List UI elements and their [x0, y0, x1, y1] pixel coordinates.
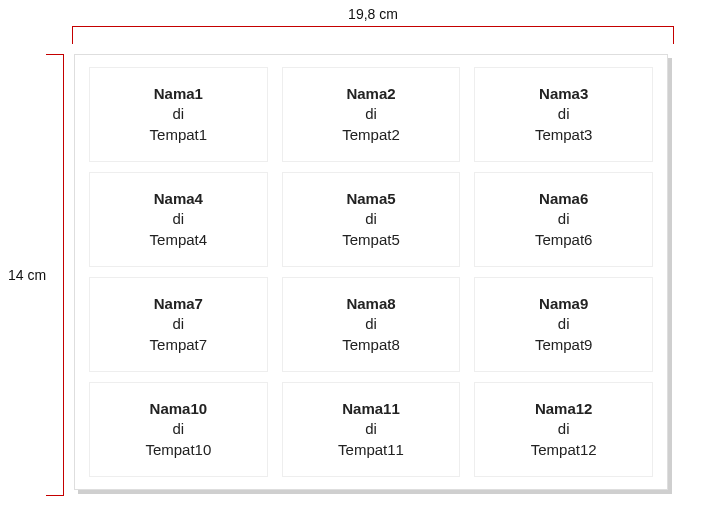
label-place: Tempat7: [150, 335, 208, 355]
label-place: Tempat4: [150, 230, 208, 250]
label-cell: Nama8 di Tempat8: [282, 277, 461, 372]
label-name: Nama4: [154, 189, 203, 209]
label-name: Nama1: [154, 84, 203, 104]
label-di: di: [558, 314, 570, 334]
label-di: di: [365, 419, 377, 439]
label-name: Nama10: [150, 399, 208, 419]
label-di: di: [365, 209, 377, 229]
label-name: Nama2: [346, 84, 395, 104]
label-place: Tempat3: [535, 125, 593, 145]
label-cell: Nama5 di Tempat5: [282, 172, 461, 267]
label-di: di: [558, 209, 570, 229]
label-cell: Nama9 di Tempat9: [474, 277, 653, 372]
label-name: Nama8: [346, 294, 395, 314]
label-cell: Nama12 di Tempat12: [474, 382, 653, 477]
dimension-left-bar: [52, 54, 64, 496]
label-place: Tempat1: [150, 125, 208, 145]
label-name: Nama5: [346, 189, 395, 209]
dimension-top-label: 19,8 cm: [72, 6, 674, 22]
label-di: di: [365, 104, 377, 124]
label-place: Tempat9: [535, 335, 593, 355]
label-di: di: [172, 104, 184, 124]
label-name: Nama3: [539, 84, 588, 104]
label-place: Tempat5: [342, 230, 400, 250]
label-place: Tempat2: [342, 125, 400, 145]
label-name: Nama6: [539, 189, 588, 209]
dimension-top-bar: [72, 26, 674, 46]
label-name: Nama11: [342, 399, 400, 419]
label-place: Tempat10: [145, 440, 211, 460]
diagram-stage: 19,8 cm 14 cm Nama1 di Tempat1 Nama2 di …: [0, 0, 719, 518]
label-place: Tempat8: [342, 335, 400, 355]
label-cell: Nama4 di Tempat4: [89, 172, 268, 267]
label-name: Nama9: [539, 294, 588, 314]
label-place: Tempat12: [531, 440, 597, 460]
dimension-left: 14 cm: [8, 54, 64, 496]
label-cell: Nama2 di Tempat2: [282, 67, 461, 162]
dimension-left-label: 14 cm: [8, 267, 46, 283]
label-cell: Nama11 di Tempat11: [282, 382, 461, 477]
label-di: di: [558, 419, 570, 439]
label-di: di: [558, 104, 570, 124]
label-di: di: [365, 314, 377, 334]
label-name: Nama12: [535, 399, 593, 419]
label-place: Tempat6: [535, 230, 593, 250]
label-sheet: Nama1 di Tempat1 Nama2 di Tempat2 Nama3 …: [74, 54, 668, 490]
label-cell: Nama7 di Tempat7: [89, 277, 268, 372]
dimension-top: 19,8 cm: [72, 6, 674, 46]
label-place: Tempat11: [338, 440, 404, 460]
label-di: di: [172, 314, 184, 334]
label-cell: Nama10 di Tempat10: [89, 382, 268, 477]
label-di: di: [172, 209, 184, 229]
label-cell: Nama3 di Tempat3: [474, 67, 653, 162]
label-cell: Nama1 di Tempat1: [89, 67, 268, 162]
label-cell: Nama6 di Tempat6: [474, 172, 653, 267]
label-name: Nama7: [154, 294, 203, 314]
label-di: di: [172, 419, 184, 439]
